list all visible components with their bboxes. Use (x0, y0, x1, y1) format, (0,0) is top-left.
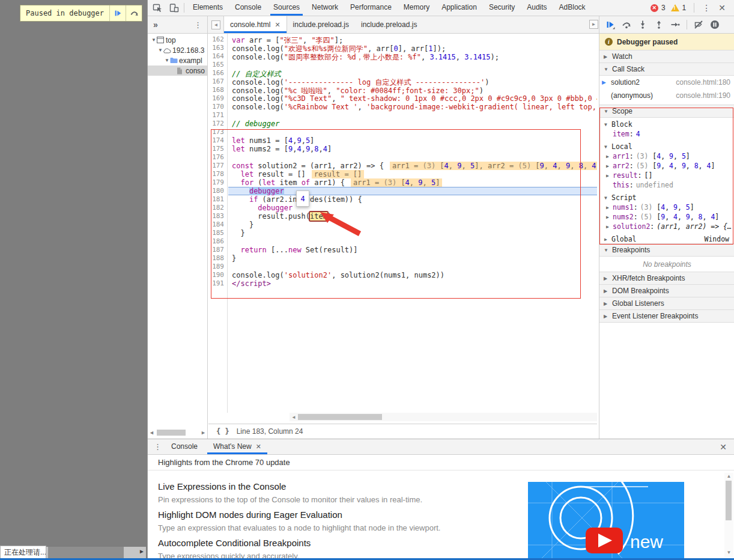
whats-new-item-title[interactable]: Autocomplete Conditional Breakpoints (158, 538, 512, 548)
code-line[interactable]: console.log("圆周率整数部分: %d，带上小数是: %f", 3.1… (232, 52, 597, 61)
tab-elements[interactable]: Elements (187, 0, 229, 16)
scope-section-header[interactable]: ▼ Scope (599, 105, 734, 118)
drawer-close-icon[interactable]: ✕ (720, 442, 727, 452)
code-line[interactable]: console.log('--------------- log 自定义样式 -… (232, 78, 597, 86)
section-header-event-listener-breakpoints[interactable]: ▶Event Listener Breakpoints (599, 309, 734, 323)
file-tab-include.preload.js[interactable]: include.preload.js (287, 16, 355, 33)
line-number[interactable]: 180 (208, 187, 227, 195)
line-number[interactable]: 189 (208, 263, 227, 271)
watch-section-header[interactable]: ▶ Watch (599, 50, 734, 63)
code-line[interactable]: debugger (232, 204, 597, 212)
scrollbar-thumb[interactable] (48, 547, 124, 558)
tab-memory[interactable]: Memory (398, 0, 435, 16)
scroll-right-arrow-icon[interactable]: ► (139, 548, 145, 555)
scope-variable[interactable]: ▶result:[] (599, 171, 734, 180)
pretty-print-icon[interactable]: { } (216, 427, 229, 436)
line-number[interactable]: 187 (208, 246, 227, 254)
scope-variable[interactable]: ▶nums1:(3) [4, 9, 5] (599, 202, 734, 212)
deactivate-breakpoints-icon[interactable] (694, 20, 703, 29)
line-number[interactable]: 172 (208, 120, 227, 128)
tab-application[interactable]: Application (435, 0, 483, 16)
scope-variable[interactable]: ▶arr1:(3) [4, 9, 5] (599, 151, 734, 161)
tab-performance[interactable]: Performance (344, 0, 398, 16)
resume-script-button[interactable] (109, 5, 126, 21)
line-number[interactable]: 186 (208, 237, 227, 246)
code-line[interactable]: </script> (232, 279, 597, 288)
scroll-left-arrow-icon[interactable]: ◄ (149, 430, 154, 436)
drawer-menu-icon[interactable]: ⋮ (154, 442, 162, 451)
line-number[interactable]: 164 (208, 52, 227, 61)
code-line[interactable]: return [...new Set(result)] (232, 246, 597, 254)
step-out-icon[interactable] (654, 20, 664, 29)
device-toolbar-button[interactable] (167, 1, 181, 15)
code-line[interactable]: console.log('%cRainbow Text ', 'backgrou… (232, 103, 597, 111)
chevron-right-icon[interactable]: ▶ (606, 163, 609, 169)
warning-count[interactable]: 1 (682, 4, 687, 12)
line-number[interactable]: 170 (208, 103, 227, 111)
tab-console[interactable]: Console (229, 0, 267, 16)
pause-on-exceptions-icon[interactable] (710, 20, 720, 29)
tab-network[interactable]: Network (306, 0, 344, 16)
step-over-icon[interactable] (622, 20, 631, 29)
section-header-dom-breakpoints[interactable]: ▶DOM Breakpoints (599, 284, 734, 297)
scrollbar-thumb[interactable] (298, 414, 382, 420)
file-tab-console.html[interactable]: console.html✕ (223, 16, 287, 33)
code-line[interactable] (232, 237, 597, 246)
code-line[interactable]: if (arr2.includes(item)) { (232, 195, 597, 204)
scrollbar-thumb[interactable] (157, 430, 186, 436)
editor-horizontal-scrollbar[interactable]: ◄ ► (290, 413, 597, 421)
navigator-item-conso[interactable]: conso (148, 65, 207, 76)
chevron-right-icon[interactable]: ▶ (606, 154, 609, 159)
warning-badge-icon[interactable] (671, 4, 679, 11)
line-number[interactable]: 173 (208, 128, 227, 136)
scope-section-global[interactable]: ▶GlobalWindow (599, 234, 734, 244)
call-stack-frame[interactable]: (anonymous)console.html:190 (599, 89, 734, 102)
code-line[interactable] (232, 263, 597, 271)
line-number[interactable]: 168 (208, 86, 227, 94)
more-panels-icon[interactable]: » (153, 20, 158, 29)
error-count[interactable]: 3 (661, 4, 666, 12)
line-number[interactable]: 181 (208, 195, 227, 204)
navigator-item-exampl[interactable]: ▼exampl (148, 55, 207, 65)
line-number[interactable]: 184 (208, 221, 227, 229)
tabs-scroll-right-icon[interactable]: ► (589, 20, 598, 29)
line-number[interactable]: 177 (208, 162, 227, 170)
editor-code-pane[interactable]: var arr = ["张三", "李四"];console.log("欢迎%s… (228, 34, 597, 413)
scroll-left-arrow-icon[interactable]: ◄ (291, 415, 296, 420)
drawer-tab-console[interactable]: Console (165, 439, 204, 454)
chevron-right-icon[interactable]: ▶ (606, 173, 609, 178)
frame-location-link[interactable]: console.html:180 (676, 78, 730, 87)
scope-variable[interactable]: this:undefined (599, 180, 734, 190)
scope-section-block[interactable]: ▼Block (599, 120, 734, 129)
line-number[interactable]: 162 (208, 35, 227, 44)
navigator-item-top[interactable]: ▼top (148, 35, 207, 45)
code-line[interactable]: } (232, 254, 597, 263)
tab-close-icon[interactable]: ✕ (274, 21, 280, 28)
line-number[interactable]: 178 (208, 170, 227, 178)
inspect-element-button[interactable] (150, 1, 165, 15)
scroll-down-arrow-icon[interactable]: ▼ (724, 550, 733, 555)
devtools-close-icon[interactable]: ✕ (716, 3, 728, 13)
drawer-tab-what-s-new[interactable]: What's New✕ (207, 439, 267, 454)
tabs-scroll-left-icon[interactable]: ◄ (211, 20, 220, 29)
editor-gutter[interactable]: 1621631641651661671681691701711721731741… (208, 34, 228, 413)
scope-variable[interactable]: ▶arr2:(5) [9, 4, 9, 8, 4] (599, 161, 734, 171)
section-header-global-listeners[interactable]: ▶Global Listeners (599, 297, 734, 310)
step-over-button[interactable] (126, 5, 142, 21)
devtools-menu-icon[interactable]: ⋮ (700, 3, 713, 13)
line-number[interactable]: 171 (208, 111, 227, 120)
code-line[interactable]: result.push(item) (232, 212, 597, 221)
chevron-right-icon[interactable]: ▶ (606, 224, 609, 230)
navigator-menu-icon[interactable]: ⋮ (194, 20, 202, 29)
line-number[interactable]: 190 (208, 271, 227, 279)
code-line[interactable]: const solution2 = (arr1, arr2) => {arr1 … (232, 162, 597, 170)
line-number[interactable]: 169 (208, 94, 227, 103)
scope-section-local[interactable]: ▼Local (599, 142, 734, 151)
line-number[interactable]: 176 (208, 153, 227, 162)
line-number[interactable]: 179 (208, 178, 227, 187)
drawer-scrollbar[interactable]: ▲ ▼ (724, 473, 733, 557)
scroll-right-arrow-icon[interactable]: ► (201, 430, 206, 436)
code-line[interactable]: let nums2 = [9,4,9,8,4] (232, 145, 597, 153)
step-icon[interactable] (670, 20, 680, 29)
line-number[interactable]: 175 (208, 145, 227, 153)
